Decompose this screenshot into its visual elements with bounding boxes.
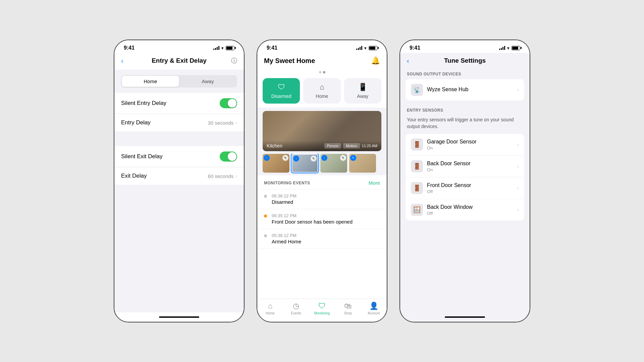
home-title: My Sweet Home: [264, 57, 315, 65]
back-button-3[interactable]: ‹: [407, 57, 409, 65]
wifi-icon-1: ▾: [221, 46, 224, 51]
nav-item-events[interactable]: ◷ Events: [283, 302, 309, 315]
disarmed-button[interactable]: 🛡 Disarmed: [263, 78, 300, 104]
monitoring-header: MONITORING EVENTS More: [257, 175, 387, 189]
nav-item-monitoring[interactable]: 🛡 Monitoring: [309, 302, 335, 315]
more-link[interactable]: More: [369, 180, 380, 186]
sensor-text-1: Back Door Sensor On: [427, 161, 517, 172]
sensor-title-1: Back Door Sensor: [427, 161, 517, 167]
camera-preview[interactable]: Kitchen Person Motion 11:25 AM: [263, 111, 381, 151]
event-info-1: 06:36:12 PM Disarmed: [272, 193, 297, 205]
event-dot-3: [264, 234, 267, 237]
thumb-edit-3: ✎: [340, 155, 346, 161]
sensor-item-3[interactable]: 🪟 Back Door Window Off ›: [406, 199, 524, 221]
thumbnail-1[interactable]: 🚶 ✎: [263, 154, 289, 173]
silent-entry-row: Silent Entry Delay: [114, 93, 244, 114]
status-icons-3: ▾: [499, 46, 520, 51]
entry-delay-value: 30 seconds ›: [208, 120, 237, 126]
page-title-1: Entry & Exit Delay: [152, 57, 207, 64]
sensor-icon-1: 🚪: [411, 160, 423, 172]
sensor-item-0[interactable]: 🚪 Garage Door Sensor On ›: [406, 134, 524, 156]
event-info-2: 06:35:12 PM Front Door sensor has been o…: [272, 213, 353, 225]
nav-item-shop[interactable]: 🛍 Shop: [335, 302, 361, 315]
phone2-content: My Sweet Home 🔔 🛡 Disarmed ⌂ Home 📱: [257, 53, 387, 320]
exit-delay-row[interactable]: Exit Delay 60 seconds ›: [114, 167, 244, 185]
hub-title: Wyze Sense Hub: [427, 86, 517, 93]
silent-exit-toggle[interactable]: [220, 152, 237, 162]
sensor-device-icon-2: 🚪: [413, 184, 421, 192]
sensor-status-0: On: [427, 145, 517, 150]
entry-delay-row[interactable]: Entry Delay 30 seconds ›: [114, 114, 244, 131]
event-time-1: 06:36:12 PM: [272, 193, 297, 198]
sensor-status-3: Off: [427, 211, 517, 216]
wifi-icon-2: ▾: [364, 46, 367, 51]
thumbnail-2[interactable]: 🚶 ✎: [291, 154, 318, 173]
monitoring-section: MONITORING EVENTS More 06:36:12 PM Disar…: [257, 175, 387, 299]
signal-icon-3: [499, 46, 505, 50]
monitoring-title: MONITORING EVENTS: [264, 181, 310, 185]
silent-entry-toggle[interactable]: [220, 98, 237, 108]
wyze-hub-item[interactable]: 📡 Wyze Sense Hub ›: [406, 79, 524, 101]
sensor-item-1[interactable]: 🚪 Back Door Sensor On ›: [406, 156, 524, 177]
segment-home[interactable]: Home: [122, 76, 179, 87]
back-button-1[interactable]: ‹: [121, 57, 123, 65]
sensor-icon-3: 🪟: [411, 204, 423, 216]
sensor-status-1: On: [427, 167, 517, 172]
home-header: My Sweet Home 🔔: [257, 53, 387, 69]
home-mode-button[interactable]: ⌂ Home: [303, 78, 340, 104]
sensor-device-icon-1: 🚪: [413, 163, 421, 170]
motion-tag: Motion: [343, 143, 360, 148]
section-divider: [114, 134, 244, 146]
segment-control: Home Away: [121, 75, 237, 87]
phones-container: 9:41 ▾ ‹ Entry & Exit Delay ⓘ: [114, 40, 530, 322]
sensor-item-2[interactable]: 🚪 Front Door Sensor Off ›: [406, 177, 524, 199]
shop-nav-label: Shop: [344, 311, 352, 315]
away-mode-icon: 📱: [358, 83, 367, 92]
sensor-icon-0: 🚪: [411, 138, 423, 150]
away-mode-button[interactable]: 📱 Away: [344, 78, 381, 104]
status-bar-3: 9:41 ▾: [400, 40, 530, 53]
battery-icon-1: [226, 46, 234, 50]
camera-tags: Person Motion 11:25 AM: [324, 143, 377, 148]
camera-time: 11:25 AM: [362, 144, 377, 148]
sensor-chevron-0: ›: [517, 142, 519, 147]
home-mode-icon: ⌂: [320, 83, 324, 92]
event-text-1: Disarmed: [272, 199, 297, 205]
hub-icon: 📡: [411, 84, 423, 96]
hub-device-icon: 📡: [413, 86, 421, 94]
thumbnail-3[interactable]: 🚶 ✎: [320, 154, 347, 173]
phone3-content: ‹ Tune Settings SOUND OUTPUT DEVICES 📡 W…: [400, 53, 530, 312]
nav-item-home[interactable]: ⌂ Home: [257, 302, 283, 315]
sensor-text-0: Garage Door Sensor On: [427, 139, 517, 150]
mode-buttons: 🛡 Disarmed ⌂ Home 📱 Away: [257, 74, 387, 108]
nav-item-account[interactable]: 👤 Account: [361, 302, 387, 315]
sensor-chevron-3: ›: [517, 207, 519, 213]
event-item-3: 05:36:12 PM Armed Home: [257, 229, 387, 249]
sensor-title-2: Front Door Sensor: [427, 182, 517, 188]
sensor-status-2: Off: [427, 189, 517, 194]
event-item-2: 06:35:12 PM Front Door sensor has been o…: [257, 209, 387, 229]
event-info-3: 05:36:12 PM Armed Home: [272, 233, 301, 244]
account-nav-label: Account: [368, 311, 380, 315]
tune-title: Tune Settings: [444, 57, 486, 64]
sensor-icon-2: 🚪: [411, 182, 423, 194]
entry-delay-label: Entry Delay: [121, 119, 151, 126]
sensors-card: 🚪 Garage Door Sensor On › 🚪 Back Door Se…: [406, 134, 524, 221]
bell-icon[interactable]: 🔔: [371, 56, 380, 65]
silent-exit-row: Silent Exit Delay: [114, 146, 244, 167]
thumbnail-row: 🚶 ✎ 🚶 ✎ 🚶 ✎ ✎: [257, 154, 387, 175]
home-nav-label: Home: [266, 311, 275, 315]
status-icons-2: ▾: [356, 46, 377, 51]
segment-away[interactable]: Away: [179, 76, 236, 87]
nav-header-1: ‹ Entry & Exit Delay ⓘ: [114, 53, 244, 70]
signal-icon-1: [213, 46, 219, 50]
info-icon-1[interactable]: ⓘ: [231, 57, 237, 65]
thumb-badge-2: 🚶: [293, 156, 299, 162]
event-text-3: Armed Home: [272, 239, 301, 244]
tune-nav: ‹ Tune Settings: [400, 53, 530, 70]
sensor-title-0: Garage Door Sensor: [427, 139, 517, 145]
disarmed-icon: 🛡: [278, 83, 285, 92]
thumbnail-4[interactable]: ✎: [349, 154, 376, 173]
sensor-text-2: Front Door Sensor Off: [427, 182, 517, 194]
status-icons-1: ▾: [213, 46, 234, 51]
